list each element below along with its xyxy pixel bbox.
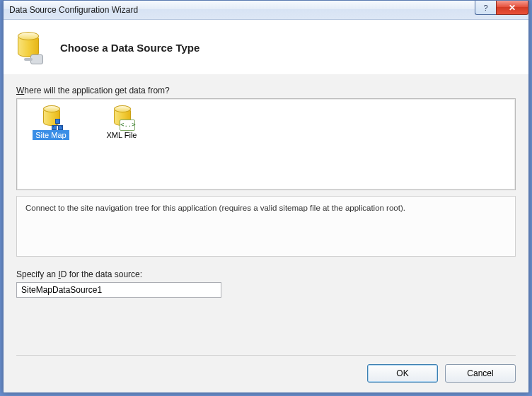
cancel-button[interactable]: Cancel	[445, 364, 516, 383]
source-item-xmlfile[interactable]: <..> XML File	[98, 105, 146, 140]
source-description: Connect to the site navigation tree for …	[16, 196, 516, 257]
close-button[interactable]: ✕	[496, 1, 528, 15]
close-icon: ✕	[509, 3, 516, 13]
window-title: Data Source Configuration Wizard	[9, 5, 138, 15]
database-icon	[16, 32, 42, 63]
source-item-label: XML File	[104, 130, 140, 140]
data-source-list: Site Map <..> XML File	[16, 98, 516, 190]
help-button[interactable]: ?	[475, 1, 496, 15]
help-icon: ?	[483, 4, 487, 12]
xml-icon: <..>	[110, 106, 134, 129]
ok-button[interactable]: OK	[367, 364, 438, 383]
page-title: Choose a Data Source Type	[60, 42, 200, 54]
sitemap-icon	[39, 106, 63, 129]
source-item-sitemap[interactable]: Site Map	[27, 105, 75, 140]
titlebar[interactable]: Data Source Configuration Wizard ? ✕	[4, 1, 528, 20]
source-item-label: Site Map	[33, 130, 69, 140]
wizard-header: Choose a Data Source Type	[4, 20, 528, 76]
access-key-w: W	[16, 86, 24, 95]
source-question: Where will the application get data from…	[16, 86, 516, 95]
wizard-body: Where will the application get data from…	[4, 74, 528, 392]
wizard-window: Data Source Configuration Wizard ? ✕ Cho…	[3, 0, 529, 393]
window-buttons: ? ✕	[475, 1, 528, 15]
wizard-footer: OK Cancel	[16, 355, 516, 383]
datasource-id-input[interactable]	[16, 282, 221, 298]
id-label: Specify an ID for the data source:	[16, 269, 516, 279]
